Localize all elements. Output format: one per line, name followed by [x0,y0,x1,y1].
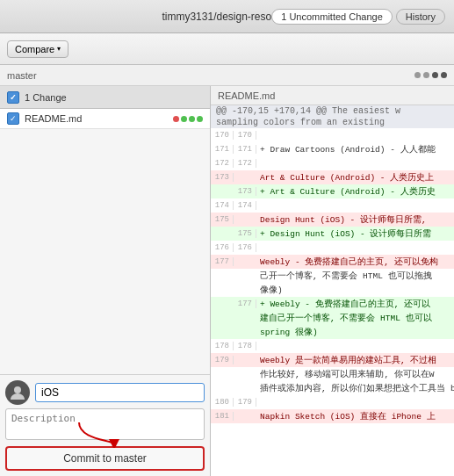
line-content: spring 很像) [256,327,454,338]
branch-dots [42,72,447,78]
main-area: 1 Change README.md [0,86,454,476]
changes-header: 1 Change [0,86,210,109]
diff-row: 175Design Hunt (iOS) - 设计师每日所需, [211,213,454,227]
diff-row: 172172 [211,156,454,170]
line-num-new: 174 [234,201,256,210]
line-num-old: 175 [211,215,234,224]
diff-content: @@ -170,15 +170,14 @@ The easiest w samp… [211,105,454,476]
summary-input[interactable] [35,383,205,402]
diff-row: 175+ Design Hunt (iOS) - 设计师每日所需 [211,227,454,241]
line-num-old: 174 [211,201,234,210]
commit-section: Commit to master [0,374,210,476]
left-panel: 1 Change README.md [0,86,211,476]
tab-uncommitted[interactable]: 1 Uncommitted Change [271,9,393,25]
diff-row: spring 很像) [211,325,454,339]
line-content: Design Hunt (iOS) - 设计师每日所需, [256,214,454,226]
status-dot-red [173,116,179,122]
select-all-checkbox[interactable] [7,91,19,104]
file-status-readme [173,116,203,122]
status-dot-green-2 [189,116,195,122]
status-dot-green-3 [197,116,203,122]
file-item-readme[interactable]: README.md [0,109,210,129]
chevron-down-icon: ▾ [57,45,61,53]
diff-row: 己开一个博客, 不需要会 HTML 也可以拖拽 [211,269,454,283]
diff-row: 174174 [211,198,454,213]
diff-row: 177Weebly - 免费搭建自己的主页, 还可以免构 [211,255,454,269]
line-content: 建自己开一个博客, 不需要会 HTML 也可以 [256,313,454,324]
line-num-new: 170 [234,131,256,140]
line-num-new: 178 [234,342,256,350]
diff-row: 建自己开一个博客, 不需要会 HTML 也可以 [211,311,454,325]
description-input[interactable] [5,408,205,440]
diff-row: 177+ Weebly - 免费搭建自己的主页, 还可以 [211,297,454,311]
line-content: + Design Hunt (iOS) - 设计师每日所需 [256,228,454,240]
diff-row: 像像) [211,283,454,297]
line-num-old: 170 [211,131,234,140]
diff-info-line-2: sampling colors from an existing [211,117,454,128]
dot-1 [414,72,421,78]
file-name-readme: README.md [25,113,168,124]
right-panel: README.md @@ -170,15 +170,14 @@ The easi… [211,86,454,476]
title-bar: timmy3131/design-resource 1 Uncommitted … [0,0,454,33]
line-content: 插件或添加内容, 所以你们如果想把这个工具当 b [256,383,454,394]
commit-button[interactable]: Commit to master [5,446,205,471]
diff-row: 176176 [211,241,454,255]
line-num-new: 176 [234,243,256,252]
compare-button[interactable]: Compare ▾ [7,40,68,58]
line-num-old: 179 [211,356,234,364]
line-content: + Draw Cartoons (Android) - 人人都能 [256,144,454,155]
svg-point-0 [14,386,21,393]
line-num-old: 171 [211,145,234,154]
branch-name: master [7,70,37,81]
diff-row: 178178 [211,339,454,353]
line-content: Art & Culture (Android) - 人类历史上 [256,172,454,184]
line-num-new: 171 [234,145,256,154]
diff-row: 171171+ Draw Cartoons (Android) - 人人都能 [211,142,454,156]
branch-row: master [0,65,454,86]
line-num-old: 180 [211,398,234,407]
line-num-old: 172 [211,159,234,168]
line-content: Weebly - 免费搭建自己的主页, 还可以免构 [256,256,454,268]
line-num-new: 177 [234,299,256,308]
changes-count: 1 Change [25,92,67,103]
line-content: Weebly 是一款简单易用的建站工具, 不过相 [256,355,454,366]
line-num-new: 179 [234,398,256,407]
diff-rows-container: 170170171171+ Draw Cartoons (Android) - … [211,128,454,423]
diff-info-line-1: @@ -170,15 +170,14 @@ The easiest w [211,105,454,117]
line-content: Napkin Sketch (iOS) 直接在 iPhone 上 [256,411,454,422]
dot-4 [441,72,447,78]
line-num-old: 176 [211,243,234,252]
avatar [5,380,30,405]
commit-btn-wrapper: Commit to master [5,446,205,471]
commit-author-row [5,380,205,405]
line-content: 像像) [256,285,454,296]
line-num-old: 181 [211,412,234,421]
line-num-new: 173 [234,187,256,196]
diff-filename: README.md [218,90,275,101]
line-num-old: 177 [211,257,234,266]
diff-header: README.md [211,86,454,105]
diff-row: 170170 [211,128,454,142]
line-content: + Art & Culture (Android) - 人类历史 [256,186,454,198]
diff-row: 作比较好, 移动端可以用来辅助, 你可以在W [211,367,454,381]
toolbar: Compare ▾ [0,33,454,65]
line-num-old: 178 [211,342,234,350]
diff-row: 插件或添加内容, 所以你们如果想把这个工具当 b [211,381,454,395]
dot-2 [423,72,429,78]
diff-hunk-context: sampling colors from an existing [216,118,385,127]
dot-3 [432,72,438,78]
file-checkbox-readme[interactable] [7,112,19,125]
tab-history[interactable]: History [396,9,445,25]
status-dot-green [181,116,187,122]
diff-hunk-info: @@ -170,15 +170,14 @@ The easiest w [216,106,400,116]
line-num-old: 173 [211,173,234,182]
line-content: + Weebly - 免费搭建自己的主页, 还可以 [256,299,454,310]
diff-row: 180179 [211,395,454,409]
compare-label: Compare [15,44,54,54]
line-content: 作比较好, 移动端可以用来辅助, 你可以在W [256,369,454,380]
diff-row: 179Weebly 是一款简单易用的建站工具, 不过相 [211,353,454,367]
line-content: 己开一个博客, 不需要会 HTML 也可以拖拽 [256,270,454,282]
diff-row: 181Napkin Sketch (iOS) 直接在 iPhone 上 [211,409,454,423]
line-num-new: 172 [234,159,256,168]
diff-row: 173Art & Culture (Android) - 人类历史上 [211,170,454,184]
